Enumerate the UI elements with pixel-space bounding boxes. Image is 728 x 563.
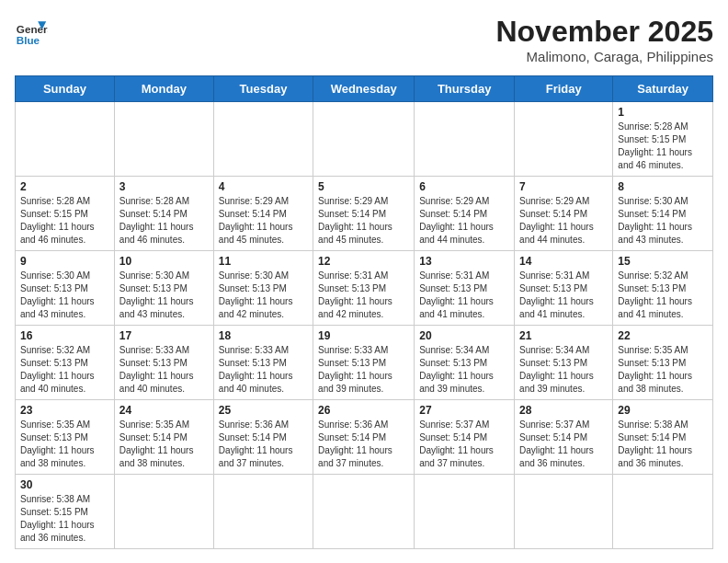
day-number: 22 [618,329,708,342]
day-number: 17 [119,329,209,342]
calendar-cell: 22Sunrise: 5:35 AM Sunset: 5:13 PM Dayli… [613,326,713,400]
day-number: 26 [318,404,409,417]
day-info: Sunrise: 5:28 AM Sunset: 5:15 PM Dayligh… [20,195,109,247]
calendar-week-4: 16Sunrise: 5:32 AM Sunset: 5:13 PM Dayli… [16,326,713,400]
calendar-week-3: 9Sunrise: 5:30 AM Sunset: 5:13 PM Daylig… [16,251,713,326]
calendar-header: SundayMondayTuesdayWednesdayThursdayFrid… [16,76,713,102]
day-info: Sunrise: 5:38 AM Sunset: 5:15 PM Dayligh… [20,493,109,545]
day-info: Sunrise: 5:28 AM Sunset: 5:15 PM Dayligh… [618,121,708,172]
calendar-cell [515,475,613,549]
day-info: Sunrise: 5:35 AM Sunset: 5:13 PM Dayligh… [618,344,708,396]
weekday-header-saturday: Saturday [613,76,713,102]
calendar-cell [613,475,713,549]
calendar-cell: 25Sunrise: 5:36 AM Sunset: 5:14 PM Dayli… [213,400,313,475]
calendar-cell [313,475,415,549]
day-number: 16 [20,329,109,342]
day-info: Sunrise: 5:29 AM Sunset: 5:14 PM Dayligh… [419,195,509,247]
calendar-cell: 23Sunrise: 5:35 AM Sunset: 5:13 PM Dayli… [16,400,115,475]
day-number: 7 [519,180,608,193]
day-number: 11 [219,255,308,268]
weekday-header-sunday: Sunday [16,76,115,102]
calendar-cell: 11Sunrise: 5:30 AM Sunset: 5:13 PM Dayli… [213,251,313,326]
day-info: Sunrise: 5:29 AM Sunset: 5:14 PM Dayligh… [318,195,409,247]
calendar-cell: 7Sunrise: 5:29 AM Sunset: 5:14 PM Daylig… [515,177,613,251]
calendar-cell: 4Sunrise: 5:29 AM Sunset: 5:14 PM Daylig… [213,177,313,251]
day-info: Sunrise: 5:33 AM Sunset: 5:13 PM Dayligh… [219,344,308,396]
day-info: Sunrise: 5:34 AM Sunset: 5:13 PM Dayligh… [419,344,509,396]
day-number: 24 [119,404,209,417]
day-info: Sunrise: 5:36 AM Sunset: 5:14 PM Dayligh… [318,419,409,470]
calendar-cell [114,475,213,549]
day-info: Sunrise: 5:34 AM Sunset: 5:13 PM Dayligh… [519,344,608,396]
page-header: General Blue November 2025 Malimono, Car… [15,15,713,64]
day-info: Sunrise: 5:32 AM Sunset: 5:13 PM Dayligh… [20,344,109,396]
calendar-cell: 29Sunrise: 5:38 AM Sunset: 5:14 PM Dayli… [613,400,713,475]
logo: General Blue [15,15,48,48]
day-number: 15 [618,255,708,268]
day-info: Sunrise: 5:37 AM Sunset: 5:14 PM Dayligh… [519,419,608,470]
calendar-cell: 3Sunrise: 5:28 AM Sunset: 5:14 PM Daylig… [114,177,213,251]
day-number: 14 [519,255,608,268]
day-number: 13 [419,255,509,268]
calendar-cell [415,102,515,177]
calendar-cell: 15Sunrise: 5:32 AM Sunset: 5:13 PM Dayli… [613,251,713,326]
calendar-cell: 20Sunrise: 5:34 AM Sunset: 5:13 PM Dayli… [415,326,515,400]
day-info: Sunrise: 5:29 AM Sunset: 5:14 PM Dayligh… [219,195,308,247]
calendar-week-6: 30Sunrise: 5:38 AM Sunset: 5:15 PM Dayli… [16,475,713,549]
day-info: Sunrise: 5:31 AM Sunset: 5:13 PM Dayligh… [419,270,509,321]
logo-icon: General Blue [15,15,48,48]
weekday-header-tuesday: Tuesday [213,76,313,102]
calendar-body: 1Sunrise: 5:28 AM Sunset: 5:15 PM Daylig… [16,102,713,549]
day-number: 4 [219,180,308,193]
title-area: November 2025 Malimono, Caraga, Philippi… [495,15,713,64]
weekday-header-wednesday: Wednesday [313,76,415,102]
calendar-cell: 28Sunrise: 5:37 AM Sunset: 5:14 PM Dayli… [515,400,613,475]
weekday-header-friday: Friday [515,76,613,102]
calendar-cell: 13Sunrise: 5:31 AM Sunset: 5:13 PM Dayli… [415,251,515,326]
day-number: 3 [119,180,209,193]
day-number: 18 [219,329,308,342]
calendar-week-5: 23Sunrise: 5:35 AM Sunset: 5:13 PM Dayli… [16,400,713,475]
day-number: 1 [618,106,708,119]
day-number: 28 [519,404,608,417]
calendar-cell [213,102,313,177]
calendar-cell: 19Sunrise: 5:33 AM Sunset: 5:13 PM Dayli… [313,326,415,400]
day-number: 29 [618,404,708,417]
svg-text:Blue: Blue [17,34,40,46]
weekday-header-monday: Monday [114,76,213,102]
calendar-subtitle: Malimono, Caraga, Philippines [495,49,713,64]
day-info: Sunrise: 5:28 AM Sunset: 5:14 PM Dayligh… [119,195,209,247]
day-info: Sunrise: 5:35 AM Sunset: 5:14 PM Dayligh… [119,419,209,470]
day-number: 9 [20,255,109,268]
calendar-cell: 30Sunrise: 5:38 AM Sunset: 5:15 PM Dayli… [16,475,115,549]
day-number: 10 [119,255,209,268]
calendar-cell: 5Sunrise: 5:29 AM Sunset: 5:14 PM Daylig… [313,177,415,251]
day-number: 30 [20,478,109,491]
calendar-cell: 17Sunrise: 5:33 AM Sunset: 5:13 PM Dayli… [114,326,213,400]
calendar-cell: 26Sunrise: 5:36 AM Sunset: 5:14 PM Dayli… [313,400,415,475]
day-info: Sunrise: 5:31 AM Sunset: 5:13 PM Dayligh… [318,270,409,321]
day-info: Sunrise: 5:31 AM Sunset: 5:13 PM Dayligh… [519,270,608,321]
day-info: Sunrise: 5:30 AM Sunset: 5:13 PM Dayligh… [20,270,109,321]
calendar-cell: 9Sunrise: 5:30 AM Sunset: 5:13 PM Daylig… [16,251,115,326]
calendar-title: November 2025 [495,15,713,49]
day-info: Sunrise: 5:29 AM Sunset: 5:14 PM Dayligh… [519,195,608,247]
calendar-cell: 16Sunrise: 5:32 AM Sunset: 5:13 PM Dayli… [16,326,115,400]
weekday-header-thursday: Thursday [415,76,515,102]
day-info: Sunrise: 5:35 AM Sunset: 5:13 PM Dayligh… [20,419,109,470]
day-number: 19 [318,329,409,342]
calendar-cell [515,102,613,177]
calendar-cell: 14Sunrise: 5:31 AM Sunset: 5:13 PM Dayli… [515,251,613,326]
day-info: Sunrise: 5:37 AM Sunset: 5:14 PM Dayligh… [419,419,509,470]
day-number: 21 [519,329,608,342]
day-info: Sunrise: 5:30 AM Sunset: 5:14 PM Dayligh… [618,195,708,247]
day-info: Sunrise: 5:33 AM Sunset: 5:13 PM Dayligh… [119,344,209,396]
calendar-cell: 1Sunrise: 5:28 AM Sunset: 5:15 PM Daylig… [613,102,713,177]
day-info: Sunrise: 5:38 AM Sunset: 5:14 PM Dayligh… [618,419,708,470]
day-info: Sunrise: 5:32 AM Sunset: 5:13 PM Dayligh… [618,270,708,321]
calendar-cell: 27Sunrise: 5:37 AM Sunset: 5:14 PM Dayli… [415,400,515,475]
calendar-cell [114,102,213,177]
calendar-cell: 18Sunrise: 5:33 AM Sunset: 5:13 PM Dayli… [213,326,313,400]
day-number: 27 [419,404,509,417]
calendar-cell: 21Sunrise: 5:34 AM Sunset: 5:13 PM Dayli… [515,326,613,400]
